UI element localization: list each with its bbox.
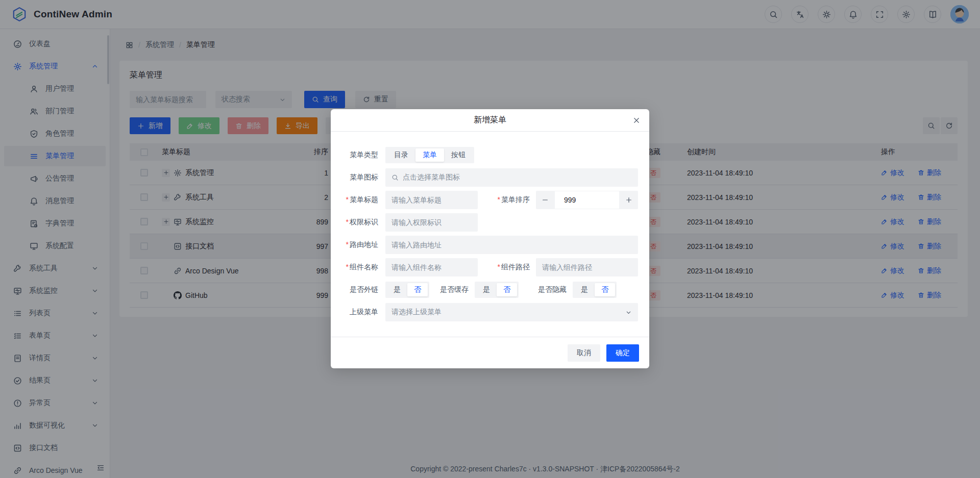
modal-header: 新增菜单: [331, 109, 649, 132]
menu-title-label: 菜单标题: [331, 195, 385, 205]
cancel-button[interactable]: 取消: [568, 344, 600, 362]
cache-label: 是否缓存: [429, 285, 475, 294]
parent-menu-label: 上级菜单: [331, 308, 385, 317]
modal-footer: 取消 确定: [331, 337, 649, 368]
hidden-label: 是否隐藏: [524, 285, 573, 294]
menu-type-option-directory[interactable]: 目录: [387, 148, 415, 162]
route-input-wrap: [385, 236, 638, 254]
minus-icon[interactable]: [536, 191, 554, 209]
menu-type-radio-group: 目录 菜单 按钮: [385, 147, 474, 163]
menu-type-label: 菜单类型: [331, 150, 385, 160]
close-icon[interactable]: [631, 115, 642, 126]
cache-radio-group: 是 否: [475, 282, 519, 298]
component-path-input[interactable]: [542, 263, 632, 271]
hidden-yes-option[interactable]: 是: [574, 283, 595, 296]
external-link-label: 是否外链: [331, 285, 385, 294]
menu-title-input-wrap: [385, 191, 478, 209]
plus-icon[interactable]: [620, 191, 638, 209]
confirm-button[interactable]: 确定: [606, 344, 639, 362]
add-menu-modal: 新增菜单 菜单类型 目录 菜单 按钮 菜单图标 点击选择菜单图标: [331, 109, 649, 368]
menu-title-input[interactable]: [391, 196, 472, 204]
menu-type-option-button[interactable]: 按钮: [444, 148, 473, 162]
component-name-label: 组件名称: [331, 263, 385, 272]
menu-icon-picker[interactable]: 点击选择菜单图标: [385, 168, 638, 187]
cache-no-option[interactable]: 否: [497, 283, 517, 296]
menu-type-option-menu[interactable]: 菜单: [415, 148, 444, 162]
hidden-radio-group: 是 否: [573, 282, 617, 298]
chevron-down-icon: [625, 309, 632, 316]
parent-menu-select[interactable]: 请选择上级菜单: [385, 303, 638, 321]
external-link-radio-group: 是 否: [385, 282, 429, 298]
external-no-option[interactable]: 否: [407, 283, 428, 296]
modal-title: 新增菜单: [474, 115, 506, 125]
permission-input[interactable]: [391, 218, 472, 227]
modal-body: 菜单类型 目录 菜单 按钮 菜单图标 点击选择菜单图标 菜单标题: [331, 132, 649, 321]
permission-label: 权限标识: [331, 218, 385, 227]
menu-sort-label: 菜单排序: [478, 195, 536, 205]
cache-yes-option[interactable]: 是: [476, 283, 497, 296]
route-input[interactable]: [391, 241, 632, 249]
menu-sort-stepper: 999: [536, 191, 638, 209]
component-path-label: 组件路径: [478, 263, 536, 272]
parent-menu-placeholder: 请选择上级菜单: [391, 308, 442, 317]
route-label: 路由地址: [331, 240, 385, 249]
menu-icon-placeholder: 点击选择菜单图标: [403, 173, 460, 182]
component-name-input[interactable]: [391, 263, 472, 271]
confirm-button-label: 确定: [616, 348, 630, 358]
menu-icon-label: 菜单图标: [331, 173, 385, 182]
component-name-input-wrap: [385, 258, 478, 276]
app-window: ContiNew Admin: [0, 0, 980, 478]
search-icon: [391, 174, 399, 181]
component-path-input-wrap: [536, 258, 638, 276]
permission-input-wrap: [385, 213, 478, 232]
external-yes-option[interactable]: 是: [387, 283, 407, 296]
cancel-button-label: 取消: [577, 348, 591, 358]
hidden-no-option[interactable]: 否: [595, 283, 615, 296]
menu-sort-value[interactable]: 999: [555, 191, 619, 209]
